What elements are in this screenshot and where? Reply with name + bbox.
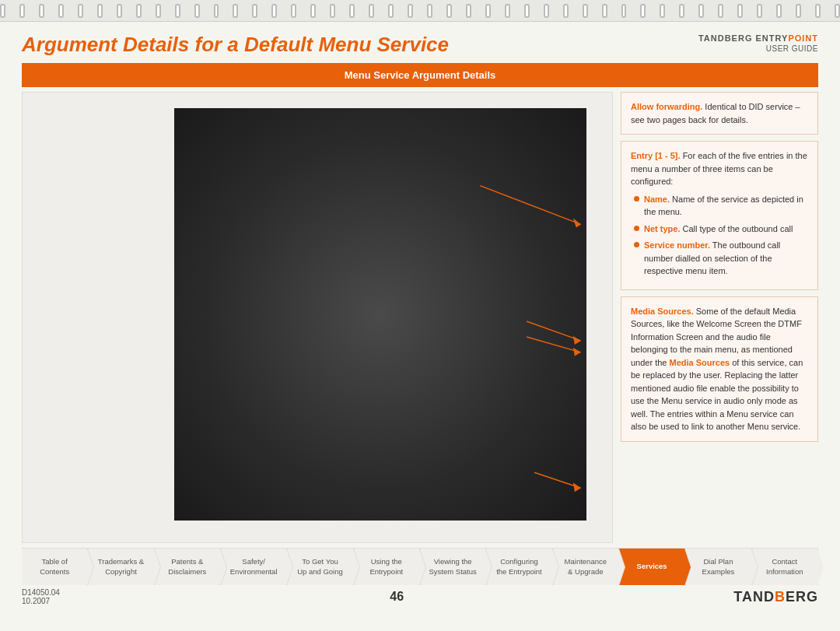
spiral-hole [194,4,200,18]
page-title: Argument Details for a Default Menu Serv… [22,33,449,57]
spiral-hole [563,4,569,18]
spiral-hole [815,4,821,18]
spiral-hole [136,4,142,18]
bullet-net-type: Net type. Call type of the outbound call [634,223,808,236]
brand-guide: USER GUIDE [698,44,818,54]
spiral-hole [835,4,840,18]
bullet-text-net-type: Net type. Call type of the outbound call [644,223,808,236]
spiral-hole [0,4,5,18]
spiral-hole [718,4,723,18]
spiral-binding [0,0,840,22]
nav-table-of-contents[interactable]: Table ofContents [22,549,88,585]
nav-to-get-you[interactable]: To Get YouUp and Going [287,549,353,585]
bullet-label-service-number: Service number. [644,240,710,250]
spiral-hole [271,4,277,18]
nav-maintenance-upgrade[interactable]: Maintenance& Upgrade [553,549,619,585]
bullet-service-number: Service number. The outbound call number… [634,239,808,278]
bullet-text-service-number: Service number. The outbound call number… [644,239,808,278]
dark-screen [174,108,586,521]
bottom-nav: Table ofContents Trademarks &Copyright P… [22,548,818,585]
spiral-hole [156,4,161,18]
spiral-hole [621,4,627,18]
spiral-hole [408,4,413,18]
orange-banner: Menu Service Argument Details [22,63,818,87]
tandberg-logo: TANDBERG [733,589,818,605]
brand-point: POINT [788,33,818,43]
page-number: 46 [390,590,404,604]
annotation-title-entry: Entry [1 - 5]. [631,151,681,160]
spiral-hole [544,4,549,18]
bullet-name: Name. Name of the service as depicted in… [634,193,808,219]
annotation-title-allow-forwarding: Allow forwarding. [631,102,702,111]
spiral-hole [233,4,238,18]
nav-using-entrypoint[interactable]: Using theEntrypoint [354,549,420,585]
content-area: Allow forwarding. Identical to DID servi… [22,92,818,543]
nav-contact-information[interactable]: ContactInformation [752,549,818,585]
nav-configuring-entrypoint[interactable]: Configuringthe Entrypoint [486,549,552,585]
annotation-title-media-sources: Media Sources. [631,307,694,316]
spiral-hole [388,4,394,18]
bullet-dot-name [634,196,639,202]
spiral-hole [214,4,219,18]
spiral-hole [679,4,684,18]
spiral-hole [19,4,25,18]
image-panel [22,92,613,543]
bullet-dot-service-number [634,242,639,247]
spiral-hole [252,4,257,18]
nav-patents-disclaimers[interactable]: Patents &Disclaimers [155,549,221,585]
header-row: Argument Details for a Default Menu Serv… [22,22,818,63]
spiral-hole [466,4,471,18]
spiral-hole [776,4,782,18]
spiral-hole [427,4,432,18]
spiral-hole [796,4,801,18]
nav-services[interactable]: Services [619,549,685,585]
spiral-hole [310,4,316,18]
annotation-entry: Entry [1 - 5]. For each of the five entr… [621,141,818,290]
doc-number: D14050.0410.2007 [22,588,60,605]
brand-area: TANDBERG ENTRYPOINT USER GUIDE [698,33,818,54]
bullet-list-entry: Name. Name of the service as depicted in… [631,193,808,278]
spiral-hole [640,4,646,18]
spiral-hole [78,4,83,18]
spiral-hole [737,4,743,18]
bullet-dot-net-type [634,226,639,231]
spiral-hole [505,4,510,18]
spiral-hole [485,4,491,18]
nav-trademarks-copyright[interactable]: Trademarks &Copyright [88,549,154,585]
spiral-hole [660,4,665,18]
spiral-hole [330,4,335,18]
spiral-hole [58,4,64,18]
brand-tandberg: TANDBERG ENTRYPOINT [698,33,818,44]
spiral-hole [39,4,44,18]
annotation-allow-forwarding: Allow forwarding. Identical to DID servi… [621,92,818,135]
annotation-panel: Allow forwarding. Identical to DID servi… [621,92,818,543]
spiral-hole [97,4,103,18]
bullet-label-name: Name. [644,195,670,204]
spiral-hole [698,4,704,18]
nav-dial-plan-examples[interactable]: Dial PlanExamples [685,549,751,585]
spiral-hole [349,4,355,18]
spiral-hole [757,4,762,18]
annotation-media-sources: Media Sources. Some of the default Media… [621,296,818,442]
nav-viewing-system-status[interactable]: Viewing theSystem Status [420,549,486,585]
spiral-hole [524,4,530,18]
nav-safety-environmental[interactable]: Safety/Environmental [221,549,287,585]
bullet-label-net-type: Net type. [644,224,680,233]
spiral-hole [369,4,374,18]
bullet-text-name: Name. Name of the service as depicted in… [644,193,808,219]
spiral-hole [117,4,122,18]
media-sources-link: Media Sources [670,358,730,367]
brand-entry: ENTRY [756,33,789,43]
spiral-hole [583,4,588,18]
spiral-hole [602,4,607,18]
spiral-hole [175,4,180,18]
spiral-hole [446,4,452,18]
footer-row: D14050.0410.2007 46 TANDBERG [22,585,818,608]
spiral-hole [291,4,296,18]
